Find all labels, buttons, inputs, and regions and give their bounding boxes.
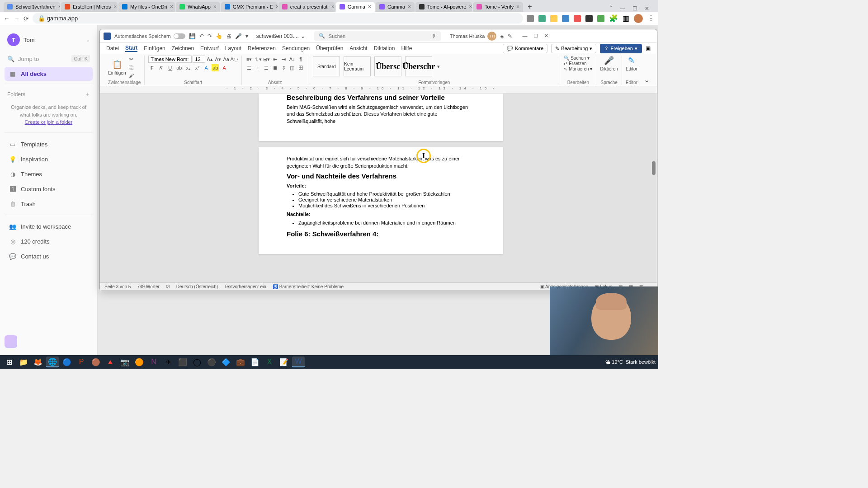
text-effects-icon[interactable]: A [203, 64, 210, 71]
sidebar-item-credits[interactable]: ◎120 credits [5, 235, 93, 249]
app-icon[interactable]: 💼 [234, 357, 247, 367]
chrome-icon[interactable]: 🌐 [46, 357, 59, 367]
document-name[interactable]: schweißen 003....⌄ [256, 33, 305, 39]
numbering-icon[interactable]: ⒈▾ [254, 56, 261, 63]
powerpoint-icon[interactable]: P [75, 357, 88, 367]
italic-icon[interactable]: K [157, 64, 165, 71]
forward-icon[interactable]: → [14, 15, 20, 22]
browser-tab[interactable]: My files - OneDri× [118, 2, 175, 12]
line-spacing-icon[interactable]: ⇕ [280, 64, 287, 71]
highlight-icon[interactable]: ab [212, 64, 219, 71]
sidebar-item-templates[interactable]: ▭Templates [5, 137, 93, 151]
tab-ueberpruefen[interactable]: Überprüfen [316, 45, 343, 52]
browser-tab-active[interactable]: Gamma× [336, 2, 375, 12]
change-case-icon[interactable]: Aa [222, 56, 230, 63]
copy-icon[interactable]: ⿻ [127, 64, 135, 71]
sidebar-item-invite[interactable]: 👥Invite to workspace [5, 220, 93, 234]
tab-sendungen[interactable]: Sendungen [282, 45, 310, 52]
word-icon[interactable]: W [292, 357, 305, 367]
app-icon[interactable]: ◯ [191, 357, 203, 367]
bullets-icon[interactable]: ≡▾ [245, 56, 253, 63]
browser-tab[interactable]: Erstellen | Micros× [61, 2, 118, 12]
cut-icon[interactable]: ✂ [127, 56, 135, 63]
save-icon[interactable]: 💾 [189, 33, 196, 39]
extension-icon[interactable] [550, 15, 557, 22]
align-left-icon[interactable]: ☰ [245, 64, 253, 71]
styles-more-icon[interactable]: ▾ [435, 63, 442, 70]
start-button[interactable]: ⊞ [3, 357, 15, 367]
close-icon[interactable]: × [113, 4, 117, 10]
outdent-icon[interactable]: ⇤ [271, 56, 278, 63]
share-button[interactable]: ⇪Freigeben ▾ [600, 44, 642, 53]
tab-einfuegen[interactable]: Einfügen [144, 45, 165, 52]
excel-icon[interactable]: X [263, 357, 276, 367]
font-color-icon[interactable]: A [221, 64, 228, 71]
sidebar-item-custom-fonts[interactable]: 🅰Custom fonts [5, 182, 93, 196]
style-heading2[interactable]: Überschr [405, 56, 432, 76]
superscript-icon[interactable]: x² [193, 64, 201, 71]
notepad-icon[interactable]: 📝 [278, 357, 290, 367]
underline-icon[interactable]: U [166, 64, 174, 71]
extension-icon[interactable] [574, 15, 581, 22]
browser-tab[interactable]: creat a presentati× [278, 2, 335, 12]
strike-icon[interactable]: ab [175, 64, 183, 71]
profile-avatar[interactable] [634, 14, 643, 23]
document-page[interactable]: Produktivität und eignet sich für versch… [259, 147, 503, 254]
sidebar-item-trash[interactable]: 🗑Trash [5, 197, 93, 211]
add-folder-button[interactable]: ＋ [85, 90, 90, 98]
tab-ansicht[interactable]: Ansicht [349, 45, 367, 52]
browser-tab[interactable]: Schweißverfahren× [4, 2, 60, 12]
style-heading1[interactable]: Übersc [374, 56, 401, 76]
find-button[interactable]: 🔍 Suchen ▾ [564, 56, 592, 61]
onenote-icon[interactable]: N [147, 357, 160, 367]
tab-referenzen[interactable]: Referenzen [248, 45, 276, 52]
scrollbar-thumb[interactable] [652, 161, 656, 175]
edge-icon[interactable]: 🔵 [61, 357, 73, 367]
extension-icon[interactable] [538, 15, 546, 22]
word-count[interactable]: 749 Wörter [137, 284, 159, 289]
close-icon[interactable]: × [213, 4, 217, 10]
sidebar-item-contact[interactable]: 💬Contact us [5, 249, 93, 263]
vlc-icon[interactable]: 🔺 [104, 357, 117, 367]
close-icon[interactable]: × [368, 4, 371, 10]
app-icon[interactable]: 🟠 [133, 357, 146, 367]
url-input[interactable]: 🔒 gamma.app [33, 13, 523, 23]
bold-icon[interactable]: F [148, 64, 156, 71]
subscript-icon[interactable]: x₂ [184, 64, 192, 71]
firefox-icon[interactable]: 🦊 [32, 357, 44, 367]
extension-icon[interactable] [597, 15, 604, 22]
editing-mode-button[interactable]: ✎Bearbeitung ▾ [551, 44, 596, 53]
tab-zeichnen[interactable]: Zeichnen [172, 45, 194, 52]
browser-tab[interactable]: GMX Premium - E× [221, 2, 278, 12]
mic-icon[interactable]: 🎙 [431, 33, 436, 39]
menu-icon[interactable]: ⋮ [647, 14, 655, 23]
back-icon[interactable]: ← [4, 15, 10, 22]
extension-icon[interactable] [585, 15, 593, 22]
style-standard[interactable]: Standard [313, 56, 340, 76]
align-justify-icon[interactable]: ≣ [271, 64, 278, 71]
document-page[interactable]: Beschreibung des Verfahrens und seiner V… [259, 94, 503, 141]
app-icon[interactable]: 📷 [118, 357, 131, 367]
extension-icon[interactable] [527, 15, 534, 22]
shading-icon[interactable]: ◫ [288, 64, 296, 71]
comments-button[interactable]: 💬Kommentare [503, 44, 547, 53]
pen-icon[interactable]: ✎ [508, 33, 512, 39]
extension-icon[interactable] [562, 15, 569, 22]
spellcheck-icon[interactable]: ☑ [166, 284, 170, 289]
browser-tab[interactable]: WhatsApp× [176, 2, 220, 12]
obs-icon[interactable]: ⚫ [205, 357, 218, 367]
close-icon[interactable]: × [331, 4, 335, 10]
close-icon[interactable]: ✕ [544, 33, 548, 39]
jump-to-search[interactable]: 🔍 Jump to Ctrl+K [5, 52, 93, 66]
present-icon[interactable]: ▣ [646, 45, 651, 52]
close-icon[interactable]: × [58, 4, 60, 10]
mic-icon[interactable]: 🎤 [235, 33, 242, 39]
page-indicator[interactable]: Seite 3 von 5 [104, 284, 131, 289]
reload-icon[interactable]: ⟳ [24, 15, 29, 22]
document-area[interactable]: Beschreibung des Verfahrens und seiner V… [100, 94, 657, 283]
sort-icon[interactable]: A↓ [288, 56, 296, 63]
replace-button[interactable]: ⇄ Ersetzen [564, 61, 592, 66]
file-explorer-icon[interactable]: 📁 [17, 357, 30, 367]
maximize-icon[interactable]: ☐ [533, 33, 538, 39]
undo-icon[interactable]: ↶ [199, 33, 204, 39]
